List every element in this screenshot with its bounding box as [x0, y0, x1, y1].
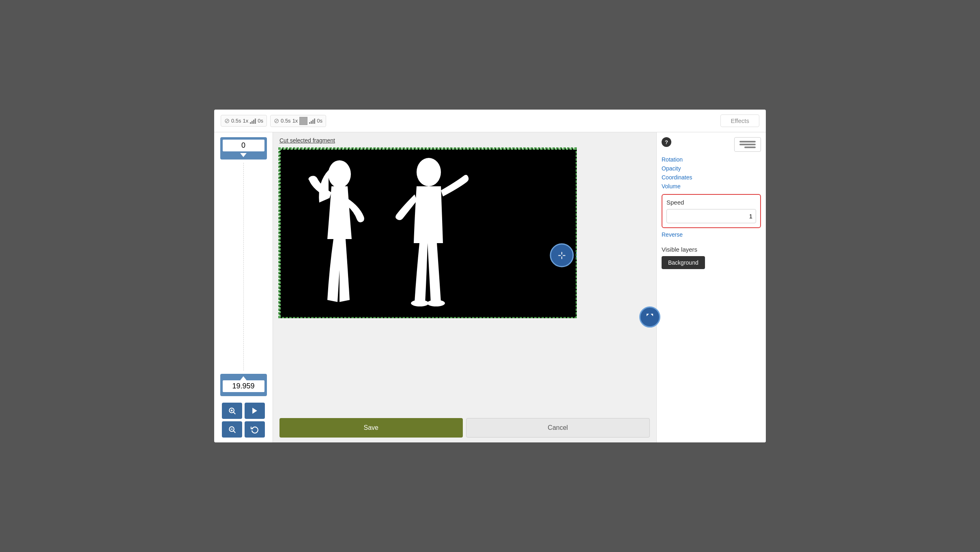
main-window: ⊘ 0.5s 1x 0s ⊘ 0.5s 1x 0s Effect	[214, 110, 766, 442]
visible-layers-section: Visible layers Background	[662, 246, 761, 269]
fade-in-multiplier: 1x	[243, 118, 249, 124]
svg-point-11	[411, 300, 429, 306]
reverse-link[interactable]: Reverse	[662, 231, 761, 238]
coordinates-link[interactable]: Coordinates	[662, 173, 761, 182]
rotation-link[interactable]: Rotation	[662, 155, 761, 164]
visible-layers-label: Visible layers	[662, 246, 761, 253]
volume-out-value: 0s	[317, 118, 322, 124]
fade-out-group: ⊘ 0.5s 1x 0s	[270, 115, 326, 127]
svg-point-9	[328, 160, 351, 188]
timeline-spacer	[243, 163, 244, 371]
color-swatch[interactable]	[299, 117, 307, 125]
video-content: ⊹ ↻	[281, 150, 577, 318]
svg-line-6	[233, 431, 235, 433]
svg-text:⊹: ⊹	[558, 250, 566, 261]
svg-point-10	[417, 158, 441, 186]
fade-in-duration: 0.5s	[231, 118, 241, 124]
opacity-link[interactable]: Opacity	[662, 164, 761, 173]
down-arrow-icon[interactable]	[240, 153, 247, 157]
toolbar: ⊘ 0.5s 1x 0s ⊘ 0.5s 1x 0s Effect	[214, 110, 766, 132]
volume-link[interactable]: Volume	[662, 182, 761, 191]
up-arrow-icon[interactable]	[240, 376, 247, 380]
no-entry-icon: ⊘	[224, 117, 230, 125]
svg-marker-4	[252, 408, 257, 414]
play-button[interactable]	[245, 403, 265, 419]
content-area: 0 19.959	[214, 132, 766, 442]
save-button[interactable]: Save	[279, 418, 463, 438]
speed-label: Speed	[666, 199, 756, 206]
bottom-counter-value: 19.959	[223, 380, 264, 392]
effects-button[interactable]: Effects	[720, 114, 759, 127]
bottom-counter: 19.959	[220, 374, 267, 396]
settings-icon[interactable]	[739, 141, 756, 148]
speed-input[interactable]	[666, 209, 756, 223]
fade-in-group: ⊘ 0.5s 1x 0s	[221, 115, 267, 127]
right-panel: ? Rotation Opacity Coordinates Volume Sp…	[656, 132, 766, 442]
svg-line-1	[233, 412, 235, 414]
fade-out-duration: 0.5s	[281, 118, 291, 124]
right-top-row: ?	[662, 137, 761, 152]
left-panel: 0 19.959	[214, 132, 273, 442]
speed-section: Speed	[662, 194, 761, 228]
fade-out-multiplier: 1x	[292, 118, 298, 124]
help-icon[interactable]: ?	[662, 137, 671, 147]
video-canvas: ⊹ ↻	[279, 149, 576, 317]
volume-in-value: 0s	[258, 118, 263, 124]
zoom-out-button[interactable]	[222, 421, 242, 438]
zoom-in-button[interactable]	[222, 403, 242, 419]
volume-out-icon	[309, 118, 315, 124]
volume-in-icon	[250, 118, 256, 124]
refresh-button[interactable]	[245, 421, 265, 438]
cancel-button[interactable]: Cancel	[466, 418, 650, 438]
svg-point-12	[427, 300, 445, 306]
no-entry-icon-2: ⊘	[274, 117, 279, 125]
top-counter: 0	[220, 137, 267, 160]
cut-link[interactable]: Cut selected fragment	[279, 137, 650, 144]
bottom-buttons	[217, 403, 269, 438]
canvas-area: Cut selected fragment	[273, 132, 656, 442]
top-counter-value: 0	[223, 140, 264, 151]
background-button[interactable]: Background	[662, 256, 705, 269]
resize-handle[interactable]	[639, 306, 660, 328]
action-buttons: Save Cancel	[279, 412, 650, 438]
